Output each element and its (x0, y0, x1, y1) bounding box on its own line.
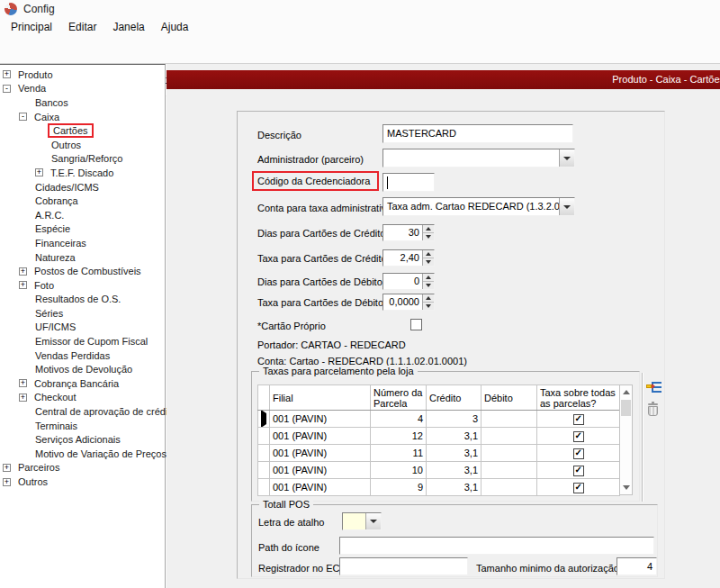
produto-expand-toggle[interactable]: + (3, 70, 11, 78)
add-row-icon[interactable] (646, 380, 662, 394)
cell-credito[interactable]: 3,1 (427, 462, 482, 479)
tree-item-cidades-icms[interactable]: Cidades/ICMS (0, 180, 165, 194)
venda-expand-toggle[interactable]: - (3, 85, 11, 93)
cell-taxa-todas[interactable] (537, 445, 620, 462)
cell-taxa-todas[interactable] (537, 462, 620, 479)
row-selector-cell[interactable] (258, 411, 270, 428)
row-selector-cell[interactable] (258, 462, 270, 479)
tree-item-especie[interactable]: Espécie (0, 222, 165, 237)
cell-taxa-todas[interactable] (537, 428, 620, 445)
conta-taxa-combobox[interactable]: Taxa adm. Cartao REDECARD (1.3.2.03.0 (382, 197, 575, 216)
dias-credito-spinner[interactable]: 30 (382, 224, 435, 241)
cell-parcela[interactable]: 12 (371, 428, 427, 445)
cell-filial[interactable]: 001 (PAVIN) (270, 479, 371, 496)
tree-item-bancos[interactable]: Bancos (0, 95, 165, 110)
scroll-up-icon[interactable] (620, 386, 632, 398)
taxa-todas-checkbox[interactable] (573, 448, 584, 459)
scroll-down-icon[interactable] (620, 482, 632, 493)
column-header-1[interactable]: Número da Parcela (371, 385, 427, 411)
tree-item-caixa[interactable]: -Caixa (0, 110, 165, 124)
postos-combustiveis-expand-toggle[interactable]: + (19, 267, 27, 276)
administrador-combobox[interactable] (382, 149, 575, 167)
tree-item-postos-combustiveis[interactable]: +Postos de Combustíveis (0, 264, 165, 278)
tree-item-servicos-adicionais[interactable]: Serviços Adicionais (0, 432, 165, 447)
caixa-expand-toggle[interactable]: - (19, 113, 27, 121)
cell-credito[interactable]: 3,1 (427, 445, 482, 462)
row-selector-cell[interactable] (258, 428, 270, 445)
cell-credito[interactable]: 3,1 (427, 428, 482, 445)
cell-debito[interactable] (482, 479, 537, 496)
tree-item-vendas-perdidas[interactable]: Vendas Perdidas (0, 348, 165, 363)
taxa-todas-checkbox[interactable] (573, 466, 584, 476)
menu-janela[interactable]: Janela (104, 19, 152, 35)
cell-parcela[interactable]: 11 (371, 445, 427, 462)
cell-parcela[interactable]: 4 (371, 411, 427, 428)
tree-item-central-aprovacao-credito[interactable]: Central de aprovação de crédito (0, 404, 165, 419)
tamanho-minimo-input[interactable]: 4 (616, 557, 657, 575)
tree-item-cobranca[interactable]: Cobrança (0, 194, 165, 208)
outros-expand-toggle[interactable]: + (3, 478, 11, 486)
cell-debito[interactable] (482, 462, 537, 479)
cell-taxa-todas[interactable] (537, 479, 620, 496)
tree-item-emissor-cupom-fiscal[interactable]: Emissor de Cupom Fiscal (0, 334, 165, 348)
tree-item-series[interactable]: Séries (0, 306, 165, 321)
table-row[interactable]: 001 (PAVIN)103,1 (258, 462, 620, 479)
table-row[interactable]: 001 (PAVIN)123,1 (258, 428, 620, 445)
tree-item-parceiros[interactable]: +Parceiros (0, 461, 165, 475)
foto-expand-toggle[interactable]: + (19, 281, 27, 289)
tree-item-motivo-variacao-precos[interactable]: Motivo de Variação de Preços (0, 447, 165, 461)
spin-down-icon[interactable] (423, 258, 434, 266)
tree-item-outros[interactable]: +Outros (0, 475, 165, 489)
tree-item-produto[interactable]: +Produto (0, 68, 165, 82)
cell-filial[interactable]: 001 (PAVIN) (270, 462, 371, 479)
tree-item-financeiras[interactable]: Financeiras (0, 236, 165, 250)
tree-item-natureza[interactable]: Natureza (0, 250, 165, 265)
table-row[interactable]: 001 (PAVIN)93,1 (258, 479, 620, 496)
parceiros-expand-toggle[interactable]: + (3, 464, 11, 472)
cell-parcela[interactable]: 10 (371, 462, 427, 479)
scrollbar-thumb[interactable] (621, 400, 631, 416)
spin-up-icon[interactable] (423, 225, 434, 233)
chevron-down-icon[interactable] (559, 149, 574, 167)
cobranca-bancaria-expand-toggle[interactable]: + (19, 379, 27, 387)
spin-up-icon[interactable] (423, 294, 434, 303)
taxa-todas-checkbox[interactable] (573, 414, 584, 425)
registrador-ecf-input[interactable] (339, 557, 468, 575)
taxa-credito-spinner[interactable]: 2,40 (382, 249, 435, 267)
spin-down-icon[interactable] (423, 282, 434, 289)
menu-editar[interactable]: Editar (60, 19, 104, 35)
codigo-credenciadora-input[interactable] (382, 173, 435, 192)
spin-down-icon[interactable] (423, 303, 434, 310)
column-header-4[interactable]: Taxa sobre todas as parcelas? (537, 385, 620, 411)
cell-taxa-todas[interactable] (537, 411, 620, 428)
row-selector-cell[interactable] (258, 445, 270, 462)
cell-debito[interactable] (482, 428, 537, 445)
column-header-3[interactable]: Débito (482, 385, 537, 411)
cell-debito[interactable] (482, 445, 537, 462)
tree-item-resultados-os[interactable]: Resultados de O.S. (0, 293, 165, 307)
cell-filial[interactable]: 001 (PAVIN) (270, 445, 371, 462)
cell-parcela[interactable]: 9 (371, 479, 427, 496)
spin-down-icon[interactable] (423, 233, 434, 240)
taxa-debito-spinner[interactable]: 0,0000 (382, 294, 435, 311)
taxa-todas-checkbox[interactable] (573, 483, 584, 493)
cell-credito[interactable]: 3 (427, 411, 482, 428)
column-header-2[interactable]: Crédito (427, 385, 482, 411)
checkout-expand-toggle[interactable]: + (19, 394, 27, 402)
table-row[interactable]: 001 (PAVIN)113,1 (258, 445, 620, 462)
spin-up-icon[interactable] (423, 274, 434, 282)
chevron-down-icon[interactable] (365, 513, 381, 529)
letra-atalho-combobox[interactable] (342, 512, 382, 530)
cartao-proprio-checkbox[interactable] (410, 319, 422, 330)
tree-item-cobranca-bancaria[interactable]: +Cobrança Bancária (0, 376, 165, 391)
taxa-todas-checkbox[interactable] (573, 431, 584, 442)
cell-filial[interactable]: 001 (PAVIN) (270, 411, 371, 428)
dias-debito-spinner[interactable]: 0 (382, 273, 435, 290)
cell-credito[interactable]: 3,1 (427, 479, 482, 496)
tree-item-motivos-devolucao[interactable]: Motivos de Devolução (0, 362, 165, 376)
cell-debito[interactable] (482, 411, 537, 428)
path-icone-input[interactable] (339, 537, 654, 555)
tree-item-terminais[interactable]: Terminais (0, 419, 165, 433)
tree-item-tef-discado[interactable]: +T.E.F. Discado (0, 166, 165, 180)
spin-up-icon[interactable] (423, 250, 434, 258)
